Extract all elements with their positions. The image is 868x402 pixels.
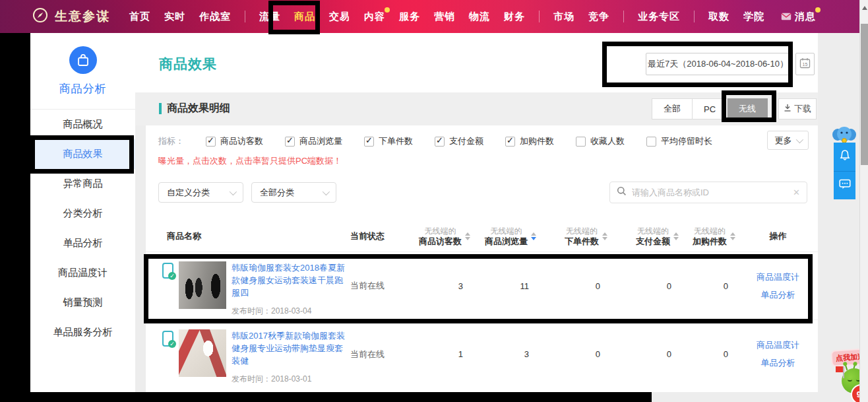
search-input[interactable] (632, 187, 788, 197)
metric-checkbox-pageviews[interactable]: 商品浏览量 (285, 135, 342, 147)
nav-item-finance[interactable]: 财务 (504, 8, 525, 26)
scroll-up-arrow-icon[interactable] (862, 6, 867, 10)
nav-item-label: 消息 (795, 11, 816, 23)
all-category-dropdown[interactable]: 全部分类 (251, 182, 336, 203)
product-image[interactable] (179, 261, 226, 309)
nav-item-trade[interactable]: 交易 (329, 8, 350, 26)
metric-checkbox-cart-adds[interactable]: 加购件数 (505, 135, 554, 147)
metric-checkbox-favorites[interactable]: 收藏人数 (576, 135, 625, 147)
metric-filter-label: 指标： (158, 135, 184, 147)
sort-arrows-icon[interactable] (730, 232, 735, 240)
checkbox-icon (505, 137, 515, 147)
sidebar: 商品分析 商品概况 商品效果 异常商品 分类分析 单品分析 商品温度计 销量预测… (30, 33, 135, 392)
nav-item-marketing[interactable]: 营销 (434, 8, 455, 26)
sidebar-item-single-item-analysis[interactable]: 单品分析 (30, 228, 135, 258)
single-item-analysis-link[interactable]: 单品分析 (761, 289, 795, 301)
tab-wireless[interactable]: 无线 (728, 98, 768, 119)
sidebar-item-product-effect[interactable]: 商品效果 (30, 139, 135, 169)
product-thermometer-link[interactable]: 商品温度计 (757, 339, 799, 351)
metric-filter-row: 指标： 商品访客数 商品浏览量 下单件数 支付金额 加购件数 (158, 135, 719, 147)
nav-item-home[interactable]: 首页 (129, 8, 150, 26)
product-title-link[interactable]: 韩版2017秋季新款瑜伽服套装健身服专业运动带胸垫显瘦套装健 (232, 329, 350, 367)
orders-value: 0 (539, 320, 610, 388)
product-title-link[interactable]: 韩版瑜伽服套装女2018春夏新款健身服女运动套装速干晨跑服四 (232, 261, 350, 299)
nav-item-messages[interactable]: 消息 (781, 8, 816, 26)
product-effect-card: 指标： 商品访客数 商品浏览量 下单件数 支付金额 加购件数 (146, 125, 818, 392)
column-header-wireless-cart-adds[interactable]: 无线端的加购件数 (681, 220, 738, 251)
bell-icon (838, 149, 852, 164)
status-cell: 当前在线 (350, 320, 410, 388)
product-cell: ✓ 韩版瑜伽服套装女2018春夏新款健身服女运动套装速干晨跑服四 发布时间：20… (146, 252, 350, 319)
device-tab-group: 全部 PC 无线 (652, 98, 768, 119)
app-screen: 生意参谋 首页 实时 作战室 流量 商品 交易 内容 服务 营销 物流 财务 市… (0, 0, 868, 402)
product-thermometer-link[interactable]: 商品温度计 (757, 271, 799, 283)
nav-item-academy[interactable]: 学院 (743, 8, 764, 26)
sidebar-item-category-analysis[interactable]: 分类分析 (30, 199, 135, 228)
metric-checkbox-orders[interactable]: 下单件数 (364, 135, 413, 147)
product-image[interactable] (179, 329, 226, 377)
orders-value: 0 (539, 252, 610, 319)
tab-pc[interactable]: PC (693, 98, 728, 119)
floating-toolbar (834, 143, 855, 199)
nav-item-product[interactable]: 商品 (294, 8, 315, 26)
sort-arrows-icon[interactable] (531, 232, 536, 240)
page-scrollbar[interactable] (859, 0, 868, 402)
sidebar-item-sales-forecast[interactable]: 销量预测 (30, 288, 135, 318)
svg-text:15: 15 (803, 62, 808, 67)
download-button[interactable]: 下载 (778, 98, 817, 119)
red-flag-icon (836, 366, 843, 372)
date-range-selector[interactable]: 最近7天（2018-06-04~2018-06-10） (646, 53, 790, 75)
mobile-device-icon: ✓ (162, 331, 173, 347)
feedback-chat-button[interactable] (834, 171, 855, 200)
nav-item-realtime[interactable]: 实时 (164, 8, 185, 26)
nav-item-competition[interactable]: 竞争 (588, 8, 609, 26)
checkbox-icon (646, 137, 656, 147)
checkbox-icon (364, 137, 374, 147)
nav-item-logistics[interactable]: 物流 (469, 8, 490, 26)
clear-search-icon[interactable]: ✕ (793, 187, 800, 197)
column-header-wireless-pageviews[interactable]: 无线端的商品浏览量 (473, 220, 539, 251)
status-cell: 当前在线 (350, 252, 410, 319)
nav-divider (245, 11, 245, 22)
nav-divider (539, 11, 540, 22)
column-header-wireless-payment[interactable]: 无线端的支付金额 (610, 220, 681, 251)
column-header-status: 当前状态 (350, 220, 410, 251)
nav-item-content[interactable]: 内容 (364, 8, 385, 26)
sidebar-item-product-thermometer[interactable]: 商品温度计 (30, 258, 135, 288)
nav-item-traffic[interactable]: 流量 (259, 8, 280, 26)
section-title: 商品效果明细 (159, 102, 230, 116)
top-nav: 生意参谋 首页 实时 作战室 流量 商品 交易 内容 服务 营销 物流 财务 市… (0, 0, 868, 33)
nav-item-business-zone[interactable]: 业务专区 (638, 8, 680, 26)
tab-all-devices[interactable]: 全部 (652, 98, 693, 119)
nav-item-market[interactable]: 市场 (553, 8, 574, 26)
payment-value: 0 (610, 320, 681, 388)
app-logo[interactable]: 生意参谋 (32, 7, 110, 27)
nav-item-service[interactable]: 服务 (399, 8, 420, 26)
left-black-band (0, 33, 30, 402)
metric-checkbox-payment[interactable]: 支付金额 (435, 135, 483, 147)
scrollbar-thumb[interactable] (861, 24, 868, 165)
checkbox-icon (435, 137, 445, 147)
sidebar-item-product-overview[interactable]: 商品概况 (30, 110, 135, 139)
sort-arrows-icon[interactable] (673, 232, 679, 240)
calendar-button[interactable]: 15 (795, 53, 815, 75)
nav-item-warroom[interactable]: 作战室 (199, 8, 231, 26)
more-metrics-button[interactable]: 更多 (767, 131, 809, 150)
product-search-box: ✕ (609, 182, 807, 203)
sidebar-item-abnormal-products[interactable]: 异常商品 (30, 169, 135, 199)
column-header-wireless-orders[interactable]: 无线端的下单件数 (539, 220, 610, 251)
sort-arrows-icon[interactable] (465, 232, 470, 240)
sidebar-item-item-service-analysis[interactable]: 单品服务分析 (30, 318, 135, 347)
single-item-analysis-link[interactable]: 单品分析 (761, 357, 795, 369)
chat-bubble-icon (838, 178, 852, 193)
nav-item-data-extract[interactable]: 取数 (708, 8, 729, 26)
metric-checkbox-visitors[interactable]: 商品访客数 (206, 135, 263, 147)
pageviews-value: 3 (473, 320, 539, 388)
custom-category-dropdown[interactable]: 自定义分类 (158, 182, 243, 203)
metric-checkbox-avg-stay[interactable]: 平均停留时长 (646, 135, 712, 147)
column-header-wireless-visitors[interactable]: 无线端的商品访客数 (410, 220, 473, 251)
notification-bell-button[interactable] (834, 143, 855, 171)
sort-arrows-icon[interactable] (602, 232, 607, 240)
compass-icon (32, 7, 49, 27)
shopping-bag-icon (69, 46, 97, 74)
